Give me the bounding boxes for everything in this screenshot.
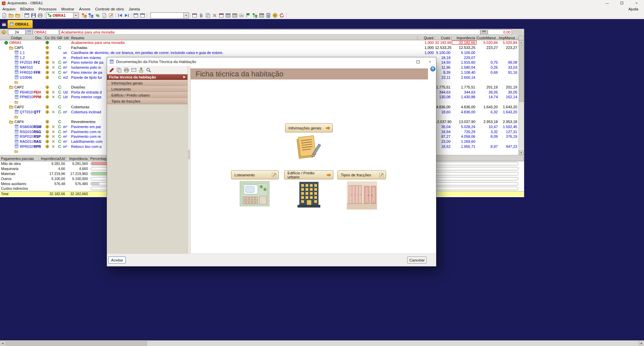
row-importancia[interactable]: 4.836,00	[452, 110, 477, 114]
code-field[interactable]: OBRA1	[33, 30, 59, 35]
tree-row-cap1[interactable]: CAP1Fachadas1,00012.533,2512.533,25223,2…	[0, 45, 519, 50]
table-gold-icon[interactable]	[231, 12, 238, 19]
menu-mostrar[interactable]: Mostrar	[59, 6, 77, 12]
tree-row-obra1[interactable]: OBRA1Acabamentos para uma moradia1,00032…	[0, 40, 519, 45]
col-ud[interactable]: Ud	[63, 36, 70, 40]
close-button[interactable]: ×	[629, 0, 644, 6]
folder-edit-icon[interactable]	[14, 12, 21, 19]
col-co[interactable]: Co	[44, 36, 50, 40]
row-importancia[interactable]: 229,07	[452, 56, 477, 60]
nav-last-icon[interactable]	[123, 12, 130, 19]
calculator-icon[interactable]	[265, 12, 272, 19]
tools-icon[interactable]	[211, 12, 218, 19]
table-blue-icon[interactable]	[225, 12, 231, 19]
filter-combo[interactable]	[150, 12, 184, 18]
tree-row-1-1[interactable]: 1.1unCaixilharia de alumínio, de cor bra…	[0, 50, 519, 55]
export-icon[interactable]	[138, 67, 144, 73]
pay-col-import-ncia-ud[interactable]: Importância/Ud	[39, 157, 66, 161]
menu-janela[interactable]: Janela	[126, 6, 142, 12]
dialog-close-button[interactable]: ×	[424, 57, 436, 66]
print-icon[interactable]	[37, 12, 44, 19]
pay-col-pagamentos-parciais[interactable]: Pagamentos parciais	[0, 157, 39, 161]
nav-loteamento[interactable]: Loteamento	[107, 86, 187, 92]
money-icon[interactable]	[272, 12, 278, 19]
horizontal-scrollbar[interactable]: ◄ ►	[0, 340, 644, 346]
tipos-fraccoes-button[interactable]: Tipos de fracções	[337, 170, 386, 179]
cancelar-button[interactable]: Cancelar	[407, 256, 427, 264]
row-importancia[interactable]: 1.430,88	[452, 95, 477, 99]
nav-ficha-t-cnica-da-habita-o[interactable]: Ficha técnica da habitação▶	[107, 74, 187, 80]
menu-controle-de-obra[interactable]: Controle de obra	[93, 6, 126, 12]
dialog-maximize-button[interactable]	[412, 57, 424, 66]
scroll-thumb[interactable]	[519, 45, 524, 102]
open-folder-icon[interactable]	[8, 12, 14, 19]
row-importancia[interactable]: 1.108,40	[452, 70, 477, 74]
row-number-field[interactable]: 24	[8, 30, 25, 35]
maximize-button[interactable]	[614, 0, 629, 6]
menu-rvore[interactable]: Árvore	[77, 6, 93, 12]
hscroll-thumb[interactable]	[6, 341, 147, 346]
menu-ajuda[interactable]: Ajuda	[626, 6, 641, 12]
col-customanut[interactable]: CustoManut...	[477, 36, 499, 40]
vertical-scrollbar[interactable]: ▲ ▼	[519, 40, 524, 155]
row-importancia[interactable]: 1.915,60	[452, 60, 477, 64]
col-ss[interactable]: SS	[50, 36, 56, 40]
row-importancia[interactable]: 5.100,00	[452, 51, 477, 55]
tree-green-icon[interactable]	[252, 12, 258, 19]
paperclip-icon[interactable]	[198, 12, 205, 19]
n-badge-icon[interactable]	[238, 12, 245, 19]
edificio-button[interactable]: Edifício / Prédio urbano	[284, 170, 333, 179]
filter-combo-arrow[interactable]	[184, 12, 189, 18]
doc-percent-icon[interactable]	[94, 12, 101, 19]
table-color-icon[interactable]	[258, 12, 265, 19]
row-importancia[interactable]: 13.037,90	[452, 120, 477, 124]
nav-tipos-de-frac-es[interactable]: Tipos de fracções	[107, 98, 187, 104]
menu-bdados[interactable]: BDados	[18, 6, 36, 12]
scroll-right-icon[interactable]: ►	[639, 341, 644, 346]
nav-first-icon[interactable]	[117, 12, 123, 19]
scroll-down-icon[interactable]: ▼	[519, 151, 524, 155]
row-importancia[interactable]: 1.580,04	[452, 65, 477, 69]
row-importancia[interactable]: 1.269,60	[452, 139, 477, 143]
tree-down-icon[interactable]	[88, 12, 94, 19]
search-icon[interactable]	[146, 67, 152, 73]
copy-icon[interactable]	[116, 67, 122, 73]
col-c-digo[interactable]: Código	[0, 36, 34, 40]
aceitar-button[interactable]: Aceitar	[108, 256, 126, 264]
window-tile-icon[interactable]	[139, 12, 146, 19]
new-window-icon[interactable]	[23, 12, 30, 19]
row-importancia[interactable]: 344,63	[452, 90, 477, 94]
row-importancia[interactable]: 32.182,66	[452, 41, 477, 45]
col-doc[interactable]: Doc.	[34, 36, 44, 40]
doc-values-icon[interactable]	[101, 12, 108, 19]
amount-tool-button[interactable]	[481, 30, 487, 35]
flag-green-icon[interactable]	[245, 12, 252, 19]
window-pink-icon[interactable]	[191, 12, 198, 19]
amount-field[interactable]: 0,00	[488, 30, 512, 35]
col-resumo[interactable]: Resumo	[70, 36, 418, 40]
tab-obra1[interactable]: OBRA1	[7, 20, 33, 28]
mail-icon[interactable]	[131, 67, 137, 73]
row-importancia[interactable]: 1.775,51	[452, 85, 477, 89]
row-importancia[interactable]: 4.058,06	[452, 134, 477, 138]
window-red-icon[interactable]	[218, 12, 225, 19]
minimize-button[interactable]: —	[600, 0, 614, 6]
loteamento-button[interactable]: Loteamento	[231, 170, 279, 179]
project-combo[interactable]: OBRA1	[46, 12, 73, 18]
column-options-button[interactable]	[519, 36, 524, 40]
menu-processos[interactable]: Processos	[36, 6, 59, 12]
row-importancia[interactable]: 1.955,71	[452, 145, 477, 149]
help-icon[interactable]: ?	[430, 66, 435, 71]
informacoes-gerais-button[interactable]: Informações gerais	[285, 123, 333, 132]
nav-informa-es-gerais[interactable]: Informações gerais	[107, 80, 187, 86]
save-icon[interactable]	[30, 12, 37, 19]
row-importancia[interactable]: 2.600,14	[452, 75, 477, 79]
col-gr[interactable]: GR	[56, 36, 63, 40]
nav-edif-cio-pr-dio-urbano[interactable]: Edifício / Prédio urbano	[107, 92, 187, 98]
col-impmanut[interactable]: ImpManut...	[499, 36, 519, 40]
col-quant[interactable]: Quant	[418, 36, 435, 40]
row-importancia[interactable]: 726,29	[452, 130, 477, 134]
row-importancia[interactable]: 12.533,25	[452, 46, 477, 50]
window-cascade-icon[interactable]	[132, 12, 139, 19]
tree-up-icon[interactable]	[81, 12, 88, 19]
